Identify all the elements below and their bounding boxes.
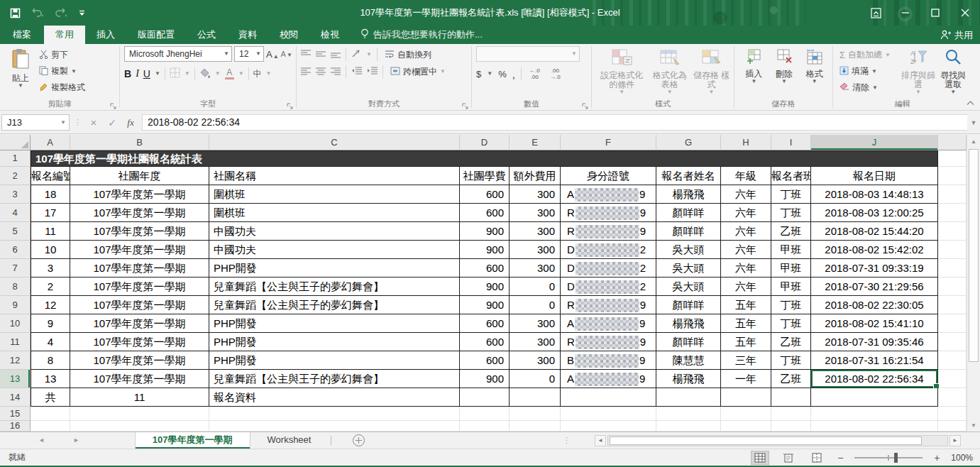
number-format-combo[interactable]: ▼ (476, 46, 580, 62)
cell-G7[interactable]: 吳大頭 (656, 259, 721, 278)
cancel-entry-icon[interactable]: × (85, 116, 102, 128)
cell-I16[interactable] (771, 421, 811, 432)
cell-I13[interactable]: 乙班 (771, 370, 811, 388)
orientation-icon[interactable] (351, 49, 361, 60)
zoom-out-icon[interactable]: − (836, 452, 844, 463)
cell-E5[interactable]: 300 (510, 222, 561, 241)
col-header-J[interactable]: J (811, 135, 938, 150)
cell-G11[interactable]: 顏咩咩 (656, 333, 721, 351)
cell-H10[interactable]: 五年 (721, 314, 771, 333)
font-color-icon[interactable]: A (225, 69, 234, 79)
delete-cells-button[interactable]: 刪除 ▼ (769, 46, 800, 99)
cell-G14[interactable] (656, 388, 721, 407)
tab-review[interactable]: 校閱 (268, 26, 309, 44)
sheet-nav-right-icon[interactable]: ► (73, 432, 79, 449)
percent-format-button[interactable]: % (498, 69, 507, 79)
cell-F7[interactable]: D2 (561, 259, 656, 278)
cell-A1-sheet-title[interactable]: 107學年度第一學期社團報名統計表 (31, 150, 938, 167)
formula-bar-splitter[interactable]: ⋮ (74, 118, 81, 127)
cell-G13[interactable]: 楊飛飛 (656, 370, 721, 388)
cell-I14[interactable] (771, 388, 811, 407)
cell-D10[interactable]: 600 (460, 314, 510, 333)
tab-scroll-splitter[interactable]: ⋮ (563, 436, 571, 445)
cell-E4[interactable]: 300 (510, 204, 561, 222)
cell-B4[interactable]: 107學年度第一學期 (70, 204, 209, 222)
cell-F11[interactable]: R9 (561, 333, 656, 351)
cell-J13-selected[interactable]: 2018-08-02 22:56:34 (811, 370, 938, 388)
cell-J15[interactable] (811, 407, 938, 421)
cell-B12[interactable]: 107學年度第一學期 (70, 351, 209, 370)
ribbon-display-options-icon[interactable] (861, 0, 891, 26)
underline-button[interactable]: U (143, 68, 150, 79)
save-icon[interactable] (10, 8, 21, 18)
row-header-15[interactable]: 15 (0, 407, 31, 421)
maximize-icon[interactable] (920, 0, 950, 26)
cell-C9[interactable]: 兒童舞蹈【公主與王子的夢幻舞會】 (209, 296, 460, 314)
tab-insert[interactable]: 插入 (85, 26, 126, 44)
currency-format-button[interactable]: $ (476, 69, 481, 79)
increase-font-size-button[interactable]: A▲ (266, 49, 279, 60)
cell-B7[interactable]: 107學年度第一學期 (70, 259, 209, 278)
cell-I4[interactable]: 丁班 (771, 204, 811, 222)
select-all-corner[interactable] (0, 135, 31, 150)
cell-B11[interactable]: 107學年度第一學期 (70, 333, 209, 351)
row-header-6[interactable]: 6 (0, 241, 31, 259)
cell-C10[interactable]: PHP開發 (209, 314, 460, 333)
zoom-level[interactable]: 100% (951, 453, 973, 463)
cell-I7[interactable]: 甲班 (771, 259, 811, 278)
format-painter-button[interactable]: 複製格式 (37, 80, 87, 95)
borders-icon[interactable] (170, 67, 180, 80)
cell-B16[interactable] (70, 421, 209, 432)
cell-B13[interactable]: 107學年度第一學期 (70, 370, 209, 388)
cell-A6[interactable]: 10 (31, 241, 70, 259)
cell-A8[interactable]: 2 (31, 278, 70, 296)
cell-F16[interactable] (561, 421, 656, 432)
cell-D3[interactable]: 600 (460, 185, 510, 204)
cell-J6[interactable]: 2018-08-02 15:42:02 (811, 241, 938, 259)
tab-data[interactable]: 資料 (227, 26, 268, 44)
cell-I9[interactable]: 丁班 (771, 296, 811, 314)
decrease-decimal-button[interactable]: .00 →.0 (548, 67, 563, 80)
cell-J5[interactable]: 2018-08-02 15:44:20 (811, 222, 938, 241)
zoom-slider[interactable] (854, 451, 923, 465)
phonetic-guide-button[interactable]: 中 (253, 68, 262, 80)
cell-I11[interactable]: 乙班 (771, 333, 811, 351)
redo-icon[interactable] (55, 8, 69, 18)
cell-J16[interactable] (811, 421, 938, 432)
cell-A9[interactable]: 12 (31, 296, 70, 314)
cell-J10[interactable]: 2018-08-02 15:41:10 (811, 314, 938, 333)
cell-I5[interactable]: 乙班 (771, 222, 811, 241)
cell-A13[interactable]: 13 (31, 370, 70, 388)
insert-function-icon[interactable]: fx (122, 117, 139, 128)
cell-C14[interactable]: 報名資料 (209, 388, 460, 407)
merge-center-button[interactable]: 跨欄置中 ▼ (388, 65, 448, 79)
row-header-13[interactable]: 13 (0, 370, 31, 388)
customize-quick-access-icon[interactable] (79, 10, 85, 16)
col-header-H[interactable]: H (721, 135, 771, 150)
format-as-table-button[interactable]: 格式化為 表格 ▼ (647, 46, 692, 99)
cell-E3[interactable]: 300 (510, 185, 561, 204)
cell-E8[interactable]: 0 (510, 278, 561, 296)
formula-bar-expand-icon[interactable]: ▼ (967, 119, 980, 126)
bold-button[interactable]: B (124, 68, 131, 79)
decrease-font-size-button[interactable]: A▼ (281, 50, 292, 58)
cell-G15[interactable] (656, 407, 721, 421)
cell-A7[interactable]: 3 (31, 259, 70, 278)
tab-file[interactable]: 檔案 (0, 26, 44, 44)
col-header-D[interactable]: D (460, 135, 510, 150)
cell-A16[interactable] (31, 421, 70, 432)
cell-styles-button[interactable]: 儲存格 樣式 ▼ (692, 46, 731, 99)
cell-C7[interactable]: PHP開發 (209, 259, 460, 278)
cell-F5[interactable]: R9 (561, 222, 656, 241)
cell-B8[interactable]: 107學年度第一學期 (70, 278, 209, 296)
cut-button[interactable]: 剪下 (37, 48, 87, 62)
cell-F12[interactable]: B9 (561, 351, 656, 370)
cell-C15[interactable] (209, 407, 460, 421)
comma-format-button[interactable]: , (512, 68, 515, 80)
tab-page-layout[interactable]: 版面配置 (126, 26, 186, 44)
cell-D16[interactable] (460, 421, 510, 432)
hscroll-left-icon[interactable]: ◄ (595, 435, 606, 446)
tab-formulas[interactable]: 公式 (186, 26, 227, 44)
cell-G2[interactable]: 報名者姓名 (656, 167, 721, 185)
row-header-16[interactable]: 16 (0, 421, 31, 432)
